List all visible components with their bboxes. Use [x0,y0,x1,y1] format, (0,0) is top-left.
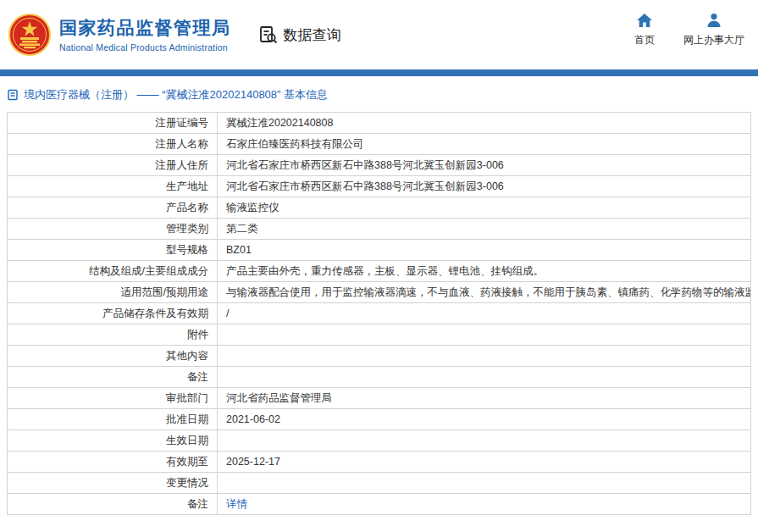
nav-data-query-label: 数据查询 [284,25,341,45]
row-label: 附件 [8,324,218,346]
table-row: 备注 [8,367,751,388]
agency-subtitle: National Medical Products Administration [59,42,231,53]
table-row: 审批部门 河北省药品监督管理局 [8,388,751,409]
agency-title: 国家药品监督管理局 [59,17,231,38]
row-label: 注册人名称 [8,134,218,155]
user-icon [705,12,722,29]
row-label: 适用范围/预期用途 [8,282,218,303]
info-table: 注册证编号 冀械注准20202140808 注册人名称 石家庄伯臻医药科技有限公… [7,112,751,515]
row-label: 注册人住所 [8,155,218,176]
table-row: 备注 详情 [8,494,751,515]
national-emblem-icon [8,14,51,56]
row-label: 注册证编号 [8,113,218,134]
table-row: 注册证编号 冀械注准20202140808 [8,113,751,134]
row-value: 与输液器配合使用，用于监控输液器滴速，不与血液、药液接触，不能用于胰岛素、镇痛药… [218,282,751,303]
header-right-nav: 首页 网上办事大厅 [634,12,744,47]
table-row: 变更情况 [8,473,751,494]
breadcrumb: 境内医疗器械（注册） —— “冀械注准20202140808” 基本信息 [0,76,758,112]
row-label: 管理类别 [8,219,218,240]
row-label: 产品名称 [8,197,218,219]
row-value [218,367,751,388]
row-label: 有效期至 [8,452,218,473]
table-row: 有效期至 2025-12-17 [8,452,751,473]
row-value: 石家庄伯臻医药科技有限公司 [218,134,751,155]
page: 国家药品监督管理局 National Medical Products Admi… [0,0,758,515]
row-value: 河北省石家庄市桥西区新石中路388号河北冀玉创新园3-006 [218,155,751,176]
table-row: 型号规格 BZ01 [8,240,751,261]
table-row: 产品储存条件及有效期 / [8,303,751,324]
nav-service-hall[interactable]: 网上办事大厅 [683,12,744,47]
row-value [218,346,751,367]
table-row: 注册人住所 河北省石家庄市桥西区新石中路388号河北冀玉创新园3-006 [8,155,751,176]
nav-home-label: 首页 [634,33,655,47]
table-row: 生效日期 [8,430,751,452]
row-value: 详情 [218,494,751,515]
info-table-body: 注册证编号 冀械注准20202140808 注册人名称 石家庄伯臻医药科技有限公… [8,113,751,515]
agency-titles: 国家药品监督管理局 National Medical Products Admi… [59,17,231,52]
data-query-icon [258,25,279,45]
table-row: 产品名称 输液监控仪 [8,197,751,219]
row-label: 批准日期 [8,409,218,430]
row-label: 备注 [8,494,218,515]
row-value: 2021-06-02 [218,409,751,430]
row-label: 型号规格 [8,240,218,261]
row-value [218,473,751,494]
table-row: 其他内容 [8,346,751,367]
row-label: 生产地址 [8,176,218,197]
detail-link[interactable]: 详情 [226,498,247,510]
header: 国家药品监督管理局 National Medical Products Admi… [0,0,758,69]
nav-service-hall-label: 网上办事大厅 [683,33,744,47]
table-row: 适用范围/预期用途 与输液器配合使用，用于监控输液器滴速，不与血液、药液接触，不… [8,282,751,303]
row-value: 第二类 [218,219,751,240]
row-label: 变更情况 [8,473,218,494]
table-row: 注册人名称 石家庄伯臻医药科技有限公司 [8,134,751,155]
row-value: 2025-12-17 [218,452,751,473]
row-value [218,324,751,346]
document-icon [7,89,19,101]
row-label: 产品储存条件及有效期 [8,303,218,324]
row-value: BZ01 [218,240,751,261]
header-divider [0,69,758,76]
row-value: 河北省药品监督管理局 [218,388,751,409]
table-row: 批准日期 2021-06-02 [8,409,751,430]
nav-data-query[interactable]: 数据查询 [258,25,341,45]
row-label: 结构及组成/主要组成成分 [8,261,218,282]
row-value: 产品主要由外壳，重力传感器，主板、显示器、锂电池、挂钩组成。 [218,261,751,282]
row-label: 审批部门 [8,388,218,409]
row-label: 其他内容 [8,346,218,367]
table-row: 结构及组成/主要组成成分 产品主要由外壳，重力传感器，主板、显示器、锂电池、挂钩… [8,261,751,282]
agency-logo[interactable]: 国家药品监督管理局 National Medical Products Admi… [8,14,231,56]
row-value: / [218,303,751,324]
nav-home[interactable]: 首页 [634,12,655,47]
home-icon [636,12,653,29]
table-row: 附件 [8,324,751,346]
row-label: 备注 [8,367,218,388]
row-value: 河北省石家庄市桥西区新石中路388号河北冀玉创新园3-006 [218,176,751,197]
table-row: 生产地址 河北省石家庄市桥西区新石中路388号河北冀玉创新园3-006 [8,176,751,197]
row-label: 生效日期 [8,430,218,452]
row-value: 输液监控仪 [218,197,751,219]
row-value: 冀械注准20202140808 [218,113,751,134]
row-value [218,430,751,452]
breadcrumb-text: 境内医疗器械（注册） —— “冀械注准20202140808” 基本信息 [24,87,328,103]
table-row: 管理类别 第二类 [8,219,751,240]
